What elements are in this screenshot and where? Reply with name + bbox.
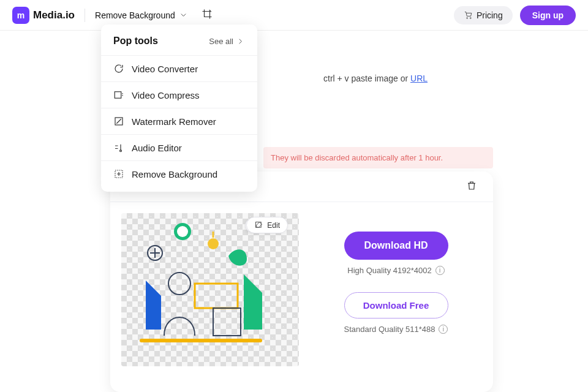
tool-item-remove-background[interactable]: Remove Background bbox=[101, 160, 257, 187]
discard-warning: They will be discarded automatically aft… bbox=[263, 147, 493, 168]
logo-text: Media.io bbox=[33, 9, 75, 21]
header-right: Pricing Sign up bbox=[454, 6, 576, 25]
hd-meta: High Quality 4192*4002 i bbox=[347, 266, 444, 275]
svg-rect-6 bbox=[195, 284, 238, 308]
tool-dropdown-trigger[interactable]: Remove Background bbox=[95, 10, 188, 20]
app-header: m Media.io Remove Background Pricing Sig… bbox=[0, 0, 588, 31]
svg-point-11 bbox=[168, 273, 190, 295]
free-meta: Standard Quality 511*488 i bbox=[344, 325, 448, 334]
audio-icon bbox=[113, 142, 124, 153]
free-meta-text: Standard Quality 511*488 bbox=[344, 325, 435, 334]
svg-rect-12 bbox=[213, 308, 241, 336]
dropdown-title: Pop tools bbox=[113, 36, 158, 47]
edit-button[interactable]: Edit bbox=[246, 217, 288, 233]
chevron-down-icon bbox=[179, 10, 188, 20]
page: ctrl + v paste image or URL They will be… bbox=[0, 31, 588, 37]
tool-item-watermark-remover[interactable]: Watermark Remover bbox=[101, 108, 257, 134]
see-all-link[interactable]: See all bbox=[209, 37, 245, 46]
see-all-label: See all bbox=[209, 37, 233, 46]
tool-item-label: Audio Editor bbox=[132, 143, 182, 153]
result-illustration bbox=[121, 213, 299, 366]
url-link[interactable]: URL bbox=[410, 74, 428, 83]
svg-rect-7 bbox=[140, 339, 262, 342]
tool-item-video-compress[interactable]: Video Compress bbox=[101, 81, 257, 108]
crop-tool-button[interactable] bbox=[202, 9, 213, 22]
pricing-button[interactable]: Pricing bbox=[454, 6, 513, 24]
dropdown-header: Pop tools See all bbox=[101, 24, 257, 55]
delete-button[interactable] bbox=[466, 180, 477, 194]
svg-point-1 bbox=[470, 18, 471, 19]
pricing-label: Pricing bbox=[477, 10, 503, 20]
info-icon[interactable]: i bbox=[439, 325, 448, 334]
tool-item-label: Video Converter bbox=[132, 64, 198, 74]
svg-rect-2 bbox=[115, 92, 121, 99]
sparkle-grid-icon bbox=[113, 168, 124, 179]
result-card: Edit Download HD High Quality 4192*4002 … bbox=[110, 172, 493, 392]
compress-icon bbox=[113, 89, 124, 100]
edit-label: Edit bbox=[267, 221, 280, 230]
card-body: Edit Download HD High Quality 4192*4002 … bbox=[110, 202, 493, 392]
download-column: Download HD High Quality 4192*4002 i Dow… bbox=[299, 202, 493, 392]
paste-hint-text: ctrl + v paste image or bbox=[323, 74, 410, 83]
svg-point-9 bbox=[177, 226, 188, 237]
tool-item-audio-editor[interactable]: Audio Editor bbox=[101, 134, 257, 160]
tool-item-video-converter[interactable]: Video Converter bbox=[101, 55, 257, 81]
current-tool-label: Remove Background bbox=[95, 10, 175, 20]
logo[interactable]: m Media.io bbox=[12, 7, 75, 24]
image-preview: Edit bbox=[121, 213, 299, 366]
refresh-icon bbox=[113, 63, 124, 74]
cart-icon bbox=[464, 10, 473, 20]
trash-icon bbox=[466, 180, 477, 191]
tool-item-label: Watermark Remover bbox=[132, 116, 216, 127]
signup-button[interactable]: Sign up bbox=[520, 6, 576, 25]
hd-meta-text: High Quality 4192*4002 bbox=[347, 266, 431, 275]
svg-point-10 bbox=[208, 238, 219, 249]
download-free-button[interactable]: Download Free bbox=[344, 292, 448, 318]
logo-icon: m bbox=[12, 7, 29, 24]
divider bbox=[85, 9, 85, 22]
tool-item-label: Video Compress bbox=[132, 90, 200, 100]
erase-icon bbox=[113, 116, 124, 127]
edit-icon bbox=[254, 221, 263, 230]
svg-point-0 bbox=[467, 18, 468, 19]
tools-dropdown: Pop tools See all Video Converter Video … bbox=[101, 24, 257, 192]
chevron-right-icon bbox=[236, 37, 245, 46]
paste-hint: ctrl + v paste image or URL bbox=[323, 74, 428, 83]
crop-icon bbox=[202, 9, 213, 20]
download-hd-button[interactable]: Download HD bbox=[344, 232, 448, 260]
info-icon[interactable]: i bbox=[435, 266, 445, 275]
tool-item-label: Remove Background bbox=[132, 169, 217, 179]
